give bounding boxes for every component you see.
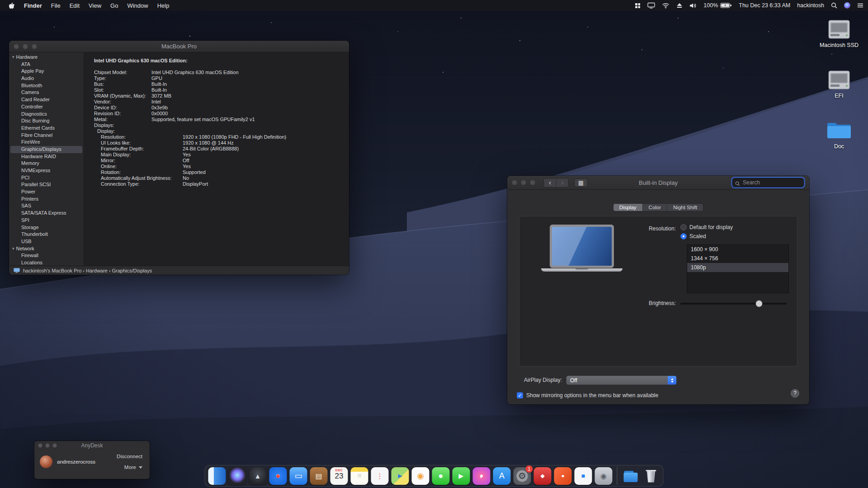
radio-button[interactable] <box>680 224 687 230</box>
dock-notes-icon[interactable]: ≡ <box>351 467 368 485</box>
dock-launchpad-icon[interactable]: ▲ <box>249 467 267 485</box>
radio-scaled[interactable]: Scaled <box>680 233 706 239</box>
sidebar-item-thunderbolt[interactable]: Thunderbolt <box>9 231 84 238</box>
disclosure-triangle-icon[interactable]: ▾ <box>12 245 14 253</box>
dock-app-orange-red-icon[interactable]: ● <box>554 467 572 485</box>
dock-trash-icon[interactable] <box>642 467 660 485</box>
disclosure-triangle-icon[interactable]: ▾ <box>12 54 14 61</box>
sidebar-item-power[interactable]: Power <box>9 188 84 196</box>
sidebar-item-apple-pay[interactable]: Apple Pay <box>9 68 84 75</box>
sidebar-item-ata[interactable]: ATA <box>9 61 84 68</box>
fast-user-switch[interactable]: hackintosh <box>797 2 824 9</box>
volume-icon[interactable] <box>689 3 697 9</box>
sidebar-item-hardware-raid[interactable]: Hardware RAID <box>9 153 84 160</box>
menu-go[interactable]: Go <box>106 2 123 9</box>
dock-app-red-icon[interactable]: ◆ <box>534 467 552 485</box>
battery-indicator[interactable]: 100% <box>703 2 732 9</box>
help-button[interactable]: ? <box>791 389 799 398</box>
dock-maps-icon[interactable]: ▶ <box>392 467 409 485</box>
search-input[interactable] <box>732 178 804 187</box>
desktop-icon-macintosh-ssd[interactable]: Macintosh SSD <box>816 16 862 48</box>
dock-contacts-icon[interactable]: ▤ <box>310 467 328 485</box>
dock-reminders-icon[interactable]: ⋮ <box>371 467 389 485</box>
desktop-icon-doc[interactable]: Doc <box>816 117 862 150</box>
sidebar-item-ethernet-cards[interactable]: Ethernet Cards <box>9 125 84 132</box>
dock-downloads-icon[interactable] <box>622 467 640 485</box>
minimize-button[interactable] <box>521 180 526 185</box>
radio-default-for-display[interactable]: Default for display <box>680 224 733 230</box>
dock-calendar-icon[interactable]: DEC23 <box>330 467 348 485</box>
sidebar-item-bluetooth[interactable]: Bluetooth <box>9 82 84 89</box>
back-button[interactable]: ‹ <box>544 178 556 187</box>
more-button[interactable]: More <box>124 465 142 470</box>
sidebar-item-usb[interactable]: USB <box>9 238 84 245</box>
sidebar-item-printers[interactable]: Printers <box>9 196 84 203</box>
dock-app-store-icon[interactable]: A <box>493 467 511 485</box>
radio-button-selected[interactable] <box>680 233 687 239</box>
dock-mail-icon[interactable]: ▭ <box>290 467 307 485</box>
eject-icon[interactable] <box>676 3 683 8</box>
dock-automator-icon[interactable]: ◉ <box>595 467 613 485</box>
sidebar-section-hardware[interactable]: ▾Hardware <box>9 54 84 61</box>
sidebar-item-card-reader[interactable]: Card Reader <box>9 96 84 103</box>
close-button[interactable] <box>14 44 19 49</box>
sidebar-item-firewall[interactable]: Firewall <box>9 252 84 259</box>
tab-night-shift[interactable]: Night Shift <box>667 204 703 211</box>
resolution-option-1600-900[interactable]: 1600 × 900 <box>687 245 788 254</box>
menu-view[interactable]: View <box>84 2 106 9</box>
sidebar-item-parallel-scsi[interactable]: Parallel SCSI <box>9 181 84 188</box>
menu-extra-grid-icon[interactable] <box>635 3 641 9</box>
sidebar-item-fibre-channel[interactable]: Fibre Channel <box>9 132 84 139</box>
sidebar-item-pci[interactable]: PCI <box>9 174 84 182</box>
sysinfo-titlebar[interactable]: MacBook Pro <box>9 41 349 52</box>
siri-icon[interactable] <box>844 2 850 9</box>
airplay-dropdown[interactable]: Off <box>566 375 677 385</box>
apple-menu-icon[interactable] <box>5 2 19 9</box>
dock-itunes-icon[interactable]: ♪ <box>473 467 491 485</box>
menu-file[interactable]: File <box>47 2 65 9</box>
dock-photos-icon[interactable]: ◉ <box>412 467 429 485</box>
menu-bar-clock[interactable]: Thu Dec 23 6:33 AM <box>739 2 790 9</box>
resolution-list[interactable]: 1600 × 9001344 × 7561080p <box>687 244 789 293</box>
sidebar-item-controller[interactable]: Controller <box>9 103 84 111</box>
zoom-button[interactable] <box>32 44 37 49</box>
zoom-button[interactable] <box>530 180 535 185</box>
wifi-icon[interactable] <box>662 3 670 9</box>
active-app-menu[interactable]: Finder <box>19 2 47 9</box>
sidebar-item-nvmexpress[interactable]: NVMExpress <box>9 167 84 174</box>
minimize-button[interactable] <box>23 44 28 49</box>
dock-facetime-icon[interactable]: ▶ <box>453 467 470 485</box>
dock-messages-icon[interactable]: ● <box>432 467 450 485</box>
spotlight-icon[interactable] <box>831 2 837 9</box>
dock-finder-icon[interactable] <box>208 467 226 485</box>
sidebar-item-sas[interactable]: SAS <box>9 202 84 210</box>
brightness-knob[interactable] <box>755 300 762 307</box>
tab-display[interactable]: Display <box>613 204 642 211</box>
dock-system-preferences-icon[interactable]: ⚙1 <box>514 467 531 485</box>
sidebar-item-sata-sata-express[interactable]: SATA/SATA Express <box>9 210 84 217</box>
sidebar-item-graphics-displays[interactable]: Graphics/Displays <box>10 146 82 153</box>
resolution-option-1344-756[interactable]: 1344 × 756 <box>687 254 788 263</box>
airplay-display-icon[interactable] <box>647 2 655 9</box>
show-all-button[interactable]: ▦ <box>574 178 588 187</box>
prefs-toolbar[interactable]: ‹ › ▦ Built-in Display <box>507 176 809 190</box>
mirroring-option[interactable]: ✓ Show mirroring options in the menu bar… <box>517 392 658 399</box>
sidebar-item-disc-burning[interactable]: Disc Burning <box>9 117 84 125</box>
sidebar-item-locations[interactable]: Locations <box>9 259 84 266</box>
sidebar-item-spi[interactable]: SPI <box>9 217 84 224</box>
sidebar-item-camera[interactable]: Camera <box>9 89 84 96</box>
menu-window[interactable]: Window <box>123 2 152 9</box>
sidebar-item-firewire[interactable]: FireWire <box>9 139 84 146</box>
resolution-option-1080p[interactable]: 1080p <box>687 263 788 272</box>
tab-color[interactable]: Color <box>642 204 667 211</box>
brightness-slider[interactable] <box>680 303 787 305</box>
sidebar-item-audio[interactable]: Audio <box>9 75 84 82</box>
sidebar-section-network[interactable]: ▾Network <box>9 245 84 253</box>
sidebar-item-storage[interactable]: Storage <box>9 224 84 231</box>
menu-help[interactable]: Help <box>153 2 174 9</box>
dock-siri-icon[interactable] <box>229 467 246 485</box>
disconnect-button[interactable]: Disconnect <box>117 454 142 459</box>
forward-button[interactable]: › <box>556 178 568 187</box>
notification-center-icon[interactable] <box>857 3 863 8</box>
dock-keynote-icon[interactable]: ■ <box>575 467 592 485</box>
